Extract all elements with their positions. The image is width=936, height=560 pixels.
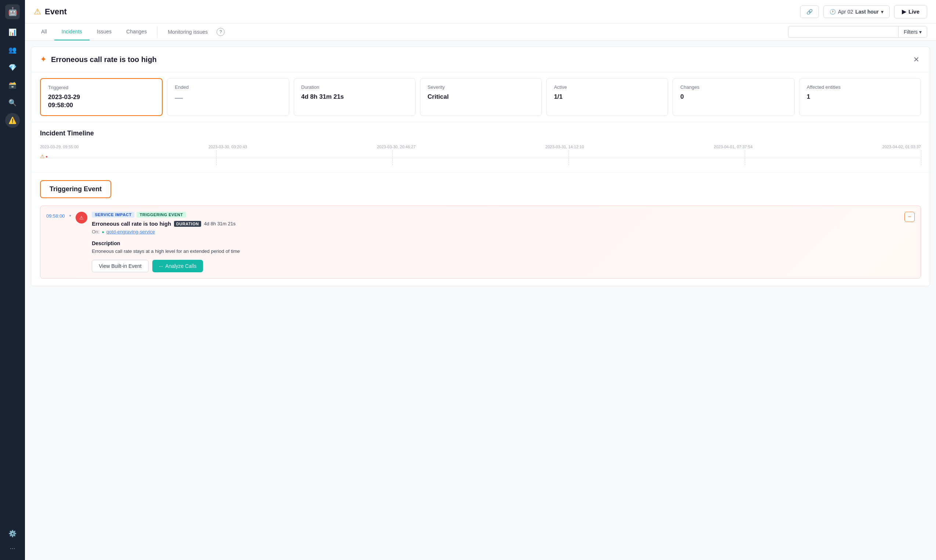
sidebar-dashboard-icon[interactable]: 📊 bbox=[5, 25, 20, 40]
timeline-bar: ⚠ ● bbox=[40, 151, 921, 165]
sidebar-more-icon[interactable]: ··· bbox=[5, 541, 20, 555]
timeline-tick-4 bbox=[745, 151, 745, 165]
event-icon-circle: ⚠ bbox=[75, 212, 87, 223]
incident-title-row: ✦ Erroneous call rate is too high bbox=[40, 55, 157, 64]
content-area: ✦ Erroneous call rate is too high ✕ Trig… bbox=[25, 41, 936, 560]
play-icon: ▶ bbox=[902, 8, 906, 15]
event-row: 09:58:00 • ⚠ SERVICE IMPACT TRIGGERING E… bbox=[40, 206, 921, 278]
duration-display-value: 4d 8h 31m 21s bbox=[204, 221, 236, 226]
sidebar-layers-icon[interactable]: 🗃️ bbox=[5, 78, 20, 92]
sidebar-gems-icon[interactable]: 💎 bbox=[5, 60, 20, 75]
event-time: 09:58:00 bbox=[46, 212, 65, 219]
sidebar-users-icon[interactable]: 👥 bbox=[5, 43, 20, 57]
header-right: 🔗 🕐 Apr 02 Last hour ▾ ▶ Live bbox=[800, 5, 927, 18]
stat-affected-entities: Affected entities 1 bbox=[799, 78, 921, 116]
timeline-alert-dot: ● bbox=[46, 154, 48, 158]
filter-label: Filters ▾ bbox=[904, 29, 922, 35]
stat-changes: Changes 0 bbox=[673, 78, 794, 116]
timeline-tick-5 bbox=[921, 151, 921, 165]
tab-divider bbox=[157, 26, 157, 38]
stat-active: Active 1/1 bbox=[546, 78, 668, 116]
stat-triggered: Triggered 2023-03-2909:58:00 bbox=[40, 78, 163, 116]
triggered-value: 2023-03-2909:58:00 bbox=[48, 93, 154, 109]
timeline-label-0: 2023-03-29, 09:55:00 bbox=[40, 145, 79, 149]
service-impact-tag: SERVICE IMPACT bbox=[92, 212, 134, 218]
event-tags: SERVICE IMPACT TRIGGERING EVENT bbox=[92, 212, 915, 218]
service-dot-icon: ● bbox=[102, 230, 104, 234]
event-on-row: On: ● qotd-engraving-service bbox=[92, 229, 915, 234]
close-button[interactable]: ✕ bbox=[912, 54, 921, 65]
changes-label: Changes bbox=[680, 85, 787, 90]
view-built-in-event-button[interactable]: View Built-in Event bbox=[92, 260, 148, 272]
link-icon: 🔗 bbox=[807, 9, 813, 15]
duration-label: Duration bbox=[301, 85, 408, 90]
stats-row: Triggered 2023-03-2909:58:00 Ended — Dur… bbox=[31, 72, 930, 122]
stat-duration: Duration 4d 8h 31m 21s bbox=[294, 78, 416, 116]
alert-triangle-icon: ⚠ bbox=[79, 215, 84, 220]
tab-changes[interactable]: Changes bbox=[119, 23, 154, 40]
event-time-col: 09:58:00 bbox=[46, 212, 65, 219]
event-name-row: Erroneous call rate is too high DURATION… bbox=[92, 220, 915, 227]
timeline-section: Incident Timeline 2023-03-29, 09:55:00 2… bbox=[31, 122, 930, 173]
affected-label: Affected entities bbox=[807, 85, 913, 90]
incident-header: ✦ Erroneous call rate is too high ✕ bbox=[31, 47, 930, 72]
active-label: Active bbox=[554, 85, 660, 90]
filters-button[interactable]: Filters ▾ bbox=[898, 26, 927, 38]
search-input[interactable] bbox=[788, 26, 898, 38]
severity-value: Critical bbox=[428, 93, 534, 101]
header-date: Apr 02 bbox=[838, 9, 853, 15]
tab-bar: All Incidents Issues Changes Monitoring … bbox=[25, 23, 936, 41]
help-icon[interactable]: ? bbox=[217, 28, 225, 36]
view-built-in-label: View Built-in Event bbox=[99, 263, 141, 269]
tab-incidents[interactable]: Incidents bbox=[54, 23, 89, 40]
analyze-calls-button[interactable]: ··· Analyze Calls bbox=[152, 260, 203, 272]
timeline-label-4: 2023-04-01, 07:37:54 bbox=[714, 145, 753, 149]
description-text: Erroneous call rate stays at a high leve… bbox=[92, 248, 915, 254]
chevron-down-icon: ▾ bbox=[881, 9, 884, 15]
active-value: 1/1 bbox=[554, 93, 660, 101]
tab-monitoring-issues[interactable]: Monitoring issues bbox=[160, 24, 215, 40]
sidebar-alerts-icon[interactable]: ⚠️ bbox=[5, 113, 20, 128]
sidebar-search-icon[interactable]: 🔍 bbox=[5, 95, 20, 110]
sidebar-settings-icon[interactable]: ⚙️ bbox=[5, 526, 20, 541]
tab-issues[interactable]: Issues bbox=[89, 23, 119, 40]
ended-label: Ended bbox=[175, 85, 281, 90]
analyze-label: Analyze Calls bbox=[165, 263, 196, 269]
minus-icon: − bbox=[908, 214, 911, 220]
timeline-tick-1 bbox=[216, 151, 217, 165]
on-label: On: bbox=[92, 229, 100, 234]
collapse-button[interactable]: − bbox=[904, 212, 915, 222]
triggering-event-tag: TRIGGERING EVENT bbox=[137, 212, 186, 218]
sidebar: 🤖 📊 👥 💎 🗃️ 🔍 ⚠️ ⚙️ ··· bbox=[0, 0, 25, 560]
triggered-label: Triggered bbox=[48, 85, 154, 90]
triggering-section: Triggering Event 09:58:00 • ⚠ SERVICE IM… bbox=[31, 173, 930, 286]
duration-badge: DURATION bbox=[174, 221, 201, 227]
page-title: Event bbox=[45, 7, 67, 17]
timeline-labels: 2023-03-29, 09:55:00 2023-03-30, 03:20:4… bbox=[40, 145, 921, 149]
header-left: ⚠ Event bbox=[34, 7, 67, 17]
incident-title: Erroneous call rate is too high bbox=[51, 55, 157, 64]
changes-value: 0 bbox=[680, 93, 787, 101]
timeline-label-5: 2023-04-02, 01:03:37 bbox=[882, 145, 921, 149]
live-label: Live bbox=[908, 8, 919, 15]
sidebar-logo-icon[interactable]: 🤖 bbox=[5, 5, 20, 19]
triggering-section-title: Triggering Event bbox=[49, 185, 102, 193]
description-section: Description Erroneous call rate stays at… bbox=[92, 234, 915, 272]
triggering-title-box: Triggering Event bbox=[40, 180, 111, 198]
stat-ended: Ended — bbox=[167, 78, 289, 116]
affected-value: 1 bbox=[807, 93, 913, 101]
service-link[interactable]: qotd-engraving-service bbox=[106, 229, 155, 234]
tab-all[interactable]: All bbox=[34, 23, 54, 40]
timeline-alert-icon: ⚠ bbox=[40, 153, 45, 159]
search-filter: Filters ▾ bbox=[788, 26, 927, 38]
event-warning-icon: ⚠ bbox=[34, 7, 41, 17]
time-range-button[interactable]: 🕐 Apr 02 Last hour ▾ bbox=[823, 6, 890, 18]
incident-icon: ✦ bbox=[40, 55, 47, 64]
clock-icon: 🕐 bbox=[830, 9, 836, 15]
timeline-tick-3 bbox=[568, 151, 569, 165]
timeline-tick-2 bbox=[393, 151, 393, 165]
incident-panel: ✦ Erroneous call rate is too high ✕ Trig… bbox=[31, 47, 930, 286]
live-button[interactable]: ▶ Live bbox=[894, 5, 927, 18]
timeline-label-1: 2023-03-30, 03:20:43 bbox=[208, 145, 247, 149]
link-button[interactable]: 🔗 bbox=[800, 6, 819, 18]
